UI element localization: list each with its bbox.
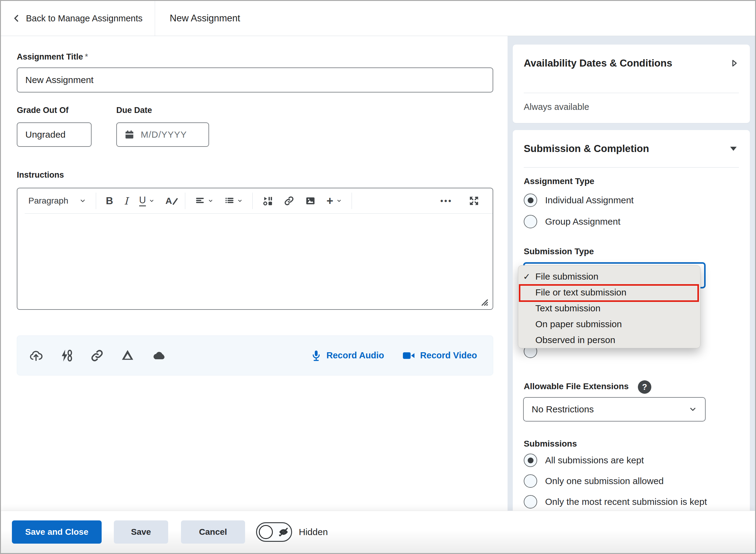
hidden-toggle[interactable] [256,522,292,542]
attachments-bar: Record Audio Record Video [17,335,493,376]
google-drive-button[interactable] [121,349,134,362]
attachment-buttons [29,349,166,362]
grade-out-of-input[interactable] [17,122,92,147]
toolbar-separator [96,192,96,209]
menu-item-text-submission[interactable]: Text submission [518,300,700,316]
chevron-down-icon [149,198,155,204]
page-title: New Assignment [170,13,240,24]
radio-individual-assignment[interactable]: Individual Assignment [524,193,634,207]
submission-completion-card: Submission & Completion Assignment Type … [513,130,750,536]
submission-card-header[interactable]: Submission & Completion [513,130,750,155]
resize-handle-icon[interactable] [480,297,489,307]
record-video-button[interactable]: Record Video [402,350,477,361]
font-color-icon: A [165,196,172,206]
eye-slash-icon [278,526,289,538]
main-region: Assignment Title* Grade Out Of Due Date … [1,36,755,553]
radio-selected-icon [524,193,537,207]
assignment-title-label: Assignment Title* [17,52,88,62]
radio-selected-icon [524,454,537,467]
menu-item-file-or-text-submission[interactable]: File or text submission [518,284,700,300]
availability-status: Always available [524,102,589,112]
save-button[interactable]: Save [114,520,168,544]
availability-card: Availability Dates & Conditions Always a… [513,45,750,123]
caret-down-icon [728,144,739,153]
calendar-icon [124,129,134,140]
cancel-button[interactable]: Cancel [181,520,245,544]
help-icon[interactable]: ? [638,380,651,394]
due-date-placeholder: M/D/YYYY [141,129,187,140]
italic-button[interactable]: I [120,192,132,209]
editor-toolbar: Paragraph B I U A [17,188,492,213]
underline-icon: U [139,196,146,206]
bullet-list-icon [224,196,234,206]
instructions-label: Instructions [17,170,64,180]
menu-item-observed-in-person[interactable]: Observed in person [518,332,700,348]
availability-card-header[interactable]: Availability Dates & Conditions [513,45,750,69]
grade-out-of-label: Grade Out Of [17,106,69,115]
insert-stuff-icon [263,196,273,206]
save-and-close-button[interactable]: Save and Close [12,520,102,544]
required-asterisk: * [85,52,88,61]
allowable-file-extensions-label: Allowable File Extensions? [524,380,651,394]
card-divider [524,167,739,168]
attach-existing-activity-button[interactable] [60,349,73,362]
action-bar: Save and Close Save Cancel Hidden [1,511,755,553]
fullscreen-icon [469,196,479,206]
toolbar-right-group: ••• [436,193,486,209]
underline-button[interactable]: U [135,193,159,209]
hidden-label: Hidden [299,527,328,537]
chevron-down-icon [336,198,342,204]
attach-link-button[interactable] [90,349,104,362]
submission-type-menu: ✓ File submission File or text submissio… [518,265,700,348]
file-extensions-select[interactable]: No Restrictions [523,397,706,422]
file-extensions-value: No Restrictions [532,404,594,414]
cloud-upload-icon [29,349,43,362]
plus-icon: + [327,196,333,206]
back-link-label: Back to Manage Assignments [26,13,142,23]
due-date-label: Due Date [116,106,152,115]
radio-most-recent-submission[interactable]: Only the most recent submission is kept [524,495,707,508]
insert-stuff-button[interactable] [258,193,277,209]
ellipsis-icon: ••• [441,196,452,206]
instructions-editor: Paragraph B I U A [17,188,493,310]
fullscreen-button[interactable] [465,193,483,209]
check-icon: ✓ [523,272,530,282]
record-video-label: Record Video [420,350,477,361]
availability-title: Availability Dates & Conditions [524,57,673,69]
onedrive-button[interactable] [152,349,166,362]
link-icon [284,196,294,206]
record-audio-button[interactable]: Record Audio [311,349,384,362]
image-icon [305,196,315,206]
radio-only-one-submission[interactable]: Only one submission allowed [524,474,664,488]
insert-image-button[interactable] [301,193,320,209]
radio-all-submissions-kept[interactable]: All submissions are kept [524,454,644,467]
due-date-input[interactable]: M/D/YYYY [116,122,209,147]
page: Back to Manage Assignments New Assignmen… [0,0,756,554]
settings-sidebar: Availability Dates & Conditions Always a… [508,36,755,553]
insert-more-dropdown[interactable]: + [322,194,346,208]
align-icon [195,196,205,206]
record-buttons: Record Audio Record Video [311,349,481,362]
file-upload-button[interactable] [29,349,43,362]
assignment-title-input[interactable] [17,67,493,93]
instructions-text-area[interactable] [17,214,492,300]
paragraph-style-dropdown[interactable]: Paragraph [24,193,90,208]
align-button[interactable] [191,193,218,208]
list-button[interactable] [220,193,247,208]
header: Back to Manage Assignments New Assignmen… [1,1,755,36]
font-color-button[interactable]: A [161,193,176,209]
insert-link-button[interactable] [280,193,298,209]
menu-item-on-paper-submission[interactable]: On paper submission [518,316,700,332]
toggle-knob [259,525,273,539]
quicklink-lightning-icon [60,349,73,362]
back-to-manage-assignments-link[interactable]: Back to Manage Assignments [1,1,142,36]
submissions-label: Submissions [524,439,577,449]
menu-item-file-submission[interactable]: ✓ File submission [518,269,700,284]
chevron-down-icon [237,198,243,204]
radio-group-assignment[interactable]: Group Assignment [524,215,621,228]
radio-icon [524,495,537,508]
more-actions-button[interactable]: ••• [436,194,457,208]
toolbar-separator [352,192,352,209]
bold-button[interactable]: B [102,192,117,209]
record-audio-label: Record Audio [327,350,384,361]
